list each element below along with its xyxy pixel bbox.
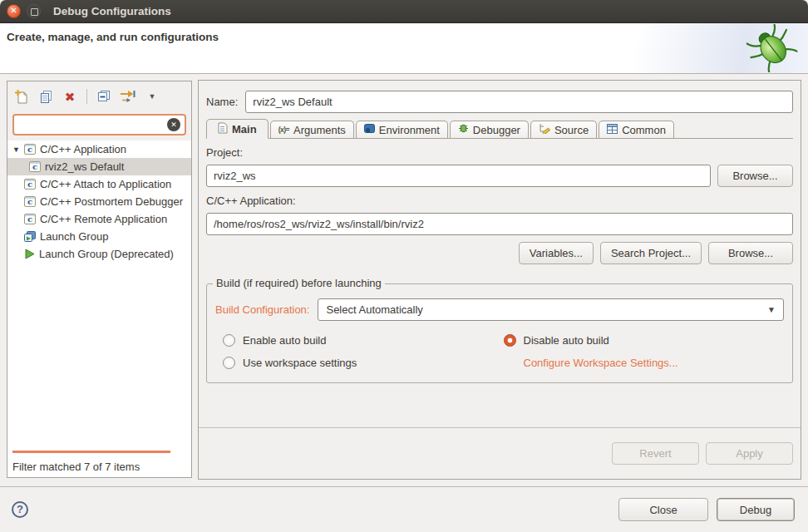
application-label: C/C++ Application: bbox=[206, 195, 793, 207]
dialog-header: Create, manage, and run configurations bbox=[0, 23, 808, 74]
environment-icon bbox=[364, 123, 375, 136]
tab-source[interactable]: Source bbox=[530, 121, 597, 138]
name-label: Name: bbox=[206, 96, 238, 108]
close-button[interactable]: Close bbox=[618, 498, 708, 521]
radio-off-icon[interactable] bbox=[223, 357, 235, 369]
configuration-editor: Name: Main (x)= Arguments Environment bbox=[198, 80, 801, 480]
launch-group-icon bbox=[24, 231, 36, 242]
collapse-all-icon[interactable] bbox=[96, 88, 112, 105]
project-label: Project: bbox=[206, 146, 793, 159]
chevron-down-icon: ▼ bbox=[767, 305, 776, 314]
tree-item-launch-group[interactable]: Launch Group bbox=[7, 228, 191, 245]
use-workspace-settings-radio[interactable]: Use workspace settings bbox=[223, 357, 504, 369]
name-input[interactable] bbox=[245, 91, 793, 113]
editor-tabs: Main (x)= Arguments Environment Debugger bbox=[206, 119, 793, 139]
configure-workspace-settings-link[interactable]: Configure Workspace Settings... bbox=[504, 357, 785, 369]
debug-configurations-dialog: ✕ Debug Configurations Create, manage, a… bbox=[0, 0, 808, 532]
tree-item-cpp-postmortem[interactable]: c C/C++ Postmortem Debugger bbox=[7, 193, 191, 210]
c-application-icon: c bbox=[29, 161, 41, 172]
clear-filter-icon[interactable]: ✕ bbox=[167, 118, 180, 131]
filter-search-box[interactable]: ✕ bbox=[12, 114, 186, 135]
tree-item-rviz2-ws-default[interactable]: c rviz2_ws Default bbox=[7, 158, 191, 175]
sidebar-toolbar: ✖ ▼ bbox=[7, 81, 191, 111]
arguments-icon: (x)= bbox=[278, 126, 289, 134]
launch-group-deprecated-icon bbox=[24, 249, 35, 259]
project-input[interactable] bbox=[206, 165, 711, 187]
revert-apply-bar: Revert Apply bbox=[199, 427, 801, 479]
filter-progress-line bbox=[12, 451, 170, 453]
project-browse-button[interactable]: Browse... bbox=[717, 165, 793, 187]
debugger-bug-icon bbox=[458, 123, 469, 136]
window-maximize-icon[interactable] bbox=[27, 4, 41, 18]
source-icon bbox=[539, 123, 550, 136]
filter-status-text: Filter matched 7 of 7 items bbox=[12, 461, 140, 473]
filter-search-input[interactable] bbox=[18, 119, 167, 131]
document-icon bbox=[218, 122, 228, 136]
enable-auto-build-radio[interactable]: Enable auto build bbox=[223, 334, 504, 347]
radio-off-icon[interactable] bbox=[223, 334, 235, 347]
c-application-icon: c bbox=[24, 196, 36, 207]
expander-arrow-icon[interactable]: ▼ bbox=[12, 145, 24, 154]
toolbar-menu-icon[interactable]: ▼ bbox=[144, 88, 160, 105]
radio-on-icon[interactable] bbox=[504, 334, 516, 347]
configurations-sidebar: ✖ ▼ ✕ ▼ c C/C++ Application c rviz2_ws D… bbox=[7, 81, 192, 478]
tree-item-cpp-attach[interactable]: c C/C++ Attach to Application bbox=[7, 175, 191, 193]
variables-button[interactable]: Variables... bbox=[519, 242, 594, 264]
tree-item-cpp-remote[interactable]: c C/C++ Remote Application bbox=[7, 210, 191, 228]
titlebar[interactable]: ✕ Debug Configurations bbox=[0, 0, 808, 23]
toolbar-separator bbox=[86, 89, 87, 104]
build-configuration-label: Build Configuration: bbox=[215, 303, 309, 316]
c-application-icon: c bbox=[24, 144, 36, 155]
tree-item-launch-group-deprecated[interactable]: Launch Group (Deprecated) bbox=[7, 245, 191, 263]
duplicate-icon[interactable] bbox=[37, 88, 54, 105]
build-group-legend: Build (if required) before launching bbox=[213, 277, 385, 289]
debug-button[interactable]: Debug bbox=[717, 498, 795, 521]
c-application-icon: c bbox=[24, 179, 36, 190]
table-icon bbox=[607, 124, 618, 136]
dialog-subtitle: Create, manage, and run configurations bbox=[7, 31, 219, 43]
application-browse-button[interactable]: Browse... bbox=[708, 242, 793, 264]
new-configuration-icon[interactable] bbox=[13, 88, 30, 105]
dialog-footer: ? Close Debug bbox=[0, 487, 808, 532]
apply-button[interactable]: Apply bbox=[706, 442, 793, 465]
tab-common[interactable]: Common bbox=[599, 121, 674, 138]
revert-button[interactable]: Revert bbox=[612, 442, 699, 465]
filter-launch-configurations-icon[interactable] bbox=[120, 88, 136, 105]
tab-debugger[interactable]: Debugger bbox=[450, 121, 529, 138]
configurations-tree[interactable]: ▼ c C/C++ Application c rviz2_ws Default… bbox=[7, 140, 191, 477]
disable-auto-build-radio[interactable]: Disable auto build bbox=[504, 334, 785, 347]
delete-icon[interactable]: ✖ bbox=[62, 88, 78, 105]
application-input[interactable] bbox=[206, 213, 793, 235]
tab-main[interactable]: Main bbox=[206, 119, 269, 139]
beetle-icon bbox=[746, 24, 798, 75]
tab-arguments[interactable]: (x)= Arguments bbox=[270, 121, 354, 138]
search-project-button[interactable]: Search Project... bbox=[600, 242, 702, 264]
help-icon[interactable]: ? bbox=[12, 501, 28, 518]
build-group: Build (if required) before launching Bui… bbox=[206, 283, 793, 383]
window-close-icon[interactable]: ✕ bbox=[7, 4, 21, 18]
window-title: Debug Configurations bbox=[53, 5, 171, 17]
tree-item-cpp-application[interactable]: ▼ c C/C++ Application bbox=[7, 140, 191, 158]
build-configuration-select[interactable]: Select Automatically ▼ bbox=[318, 298, 784, 321]
c-application-icon: c bbox=[24, 214, 36, 224]
tab-environment[interactable]: Environment bbox=[356, 121, 448, 138]
